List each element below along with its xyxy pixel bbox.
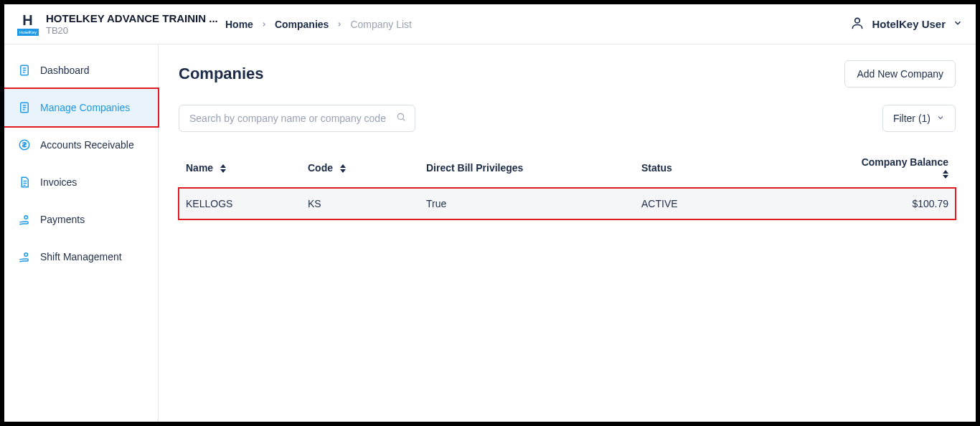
sort-icon: [340, 164, 346, 173]
sidebar: Dashboard Manage Companies Accounts Rece…: [4, 44, 159, 422]
chevron-right-icon: [336, 19, 343, 30]
chevron-right-icon: [260, 19, 268, 30]
crumb-company-list: Company List: [350, 19, 412, 30]
chevron-down-icon: [936, 113, 945, 124]
sidebar-item-label: Payments: [40, 214, 85, 225]
user-menu[interactable]: HotelKey User: [850, 16, 963, 32]
sidebar-item-label: Accounts Receivable: [40, 139, 134, 151]
clipboard-icon: [17, 63, 32, 77]
sort-icon: [943, 170, 948, 179]
companies-table: Name Code Direct Bill Privileges Status: [179, 148, 956, 219]
add-new-company-button[interactable]: Add New Company: [844, 60, 956, 87]
search-icon: [396, 112, 406, 125]
brand-block: H HotelKey HOTELKEY ADVANCE TRAININ ... …: [17, 12, 225, 36]
svg-point-14: [24, 253, 28, 257]
sidebar-item-payments[interactable]: Payments: [4, 201, 158, 238]
sidebar-item-manage-companies[interactable]: Manage Companies: [3, 87, 159, 128]
filter-label: Filter (1): [893, 113, 930, 124]
cell-code: KS: [301, 188, 419, 219]
crumb-companies[interactable]: Companies: [275, 19, 329, 30]
user-name: HotelKey User: [872, 18, 946, 30]
svg-point-15: [397, 113, 403, 119]
brand-title: HOTELKEY ADVANCE TRAININ ...: [46, 12, 218, 24]
main-content: Companies Add New Company Filter (1): [159, 44, 976, 422]
breadcrumb: Home Companies Company List: [225, 19, 412, 30]
sidebar-item-label: Shift Management: [40, 251, 122, 262]
document-icon: [17, 175, 32, 189]
sidebar-item-label: Invoices: [40, 176, 77, 188]
brand-logo: H HotelKey: [17, 13, 39, 36]
sidebar-item-shift-management[interactable]: Shift Management: [4, 238, 158, 275]
clipboard-icon: [17, 100, 32, 115]
sidebar-item-label: Dashboard: [40, 65, 90, 76]
sidebar-item-dashboard[interactable]: Dashboard: [4, 52, 158, 89]
svg-point-13: [24, 216, 28, 219]
sidebar-item-label: Manage Companies: [40, 102, 130, 113]
page-title: Companies: [179, 65, 264, 83]
table-row[interactable]: KELLOGS KS True ACTIVE $100.79: [179, 188, 956, 219]
search-input[interactable]: [179, 105, 415, 131]
svg-point-0: [855, 18, 860, 23]
crumb-home[interactable]: Home: [225, 19, 253, 30]
sort-icon: [220, 164, 226, 173]
dollar-circle-icon: [17, 138, 32, 152]
col-header-name[interactable]: Name: [179, 148, 301, 188]
hand-money-icon: [17, 212, 32, 227]
cell-dbp: True: [419, 188, 634, 219]
sidebar-item-accounts-receivable[interactable]: Accounts Receivable: [4, 126, 158, 164]
col-header-balance[interactable]: Company Balance: [849, 148, 956, 188]
svg-line-16: [403, 119, 405, 121]
col-header-code[interactable]: Code: [301, 148, 419, 188]
cell-name: KELLOGS: [179, 188, 301, 219]
hand-money-icon: [17, 250, 32, 264]
topbar: H HotelKey HOTELKEY ADVANCE TRAININ ... …: [4, 4, 976, 44]
col-header-status: Status: [634, 148, 849, 188]
sidebar-item-invoices[interactable]: Invoices: [4, 164, 158, 201]
chevron-down-icon: [953, 18, 963, 30]
col-header-dbp: Direct Bill Privileges: [419, 148, 634, 188]
search-wrap: [179, 105, 415, 132]
cell-balance: $100.79: [849, 188, 956, 219]
cell-status: ACTIVE: [634, 188, 849, 219]
filter-button[interactable]: Filter (1): [882, 105, 956, 132]
brand-sub: TB20: [46, 25, 218, 36]
user-icon: [850, 16, 864, 32]
